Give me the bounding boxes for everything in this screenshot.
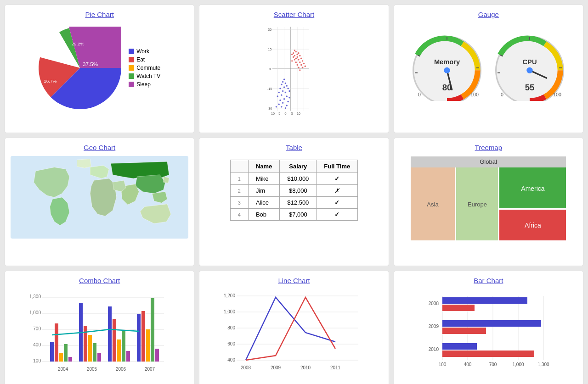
svg-text:0: 0 xyxy=(418,92,421,97)
svg-point-61 xyxy=(281,94,282,95)
svg-point-59 xyxy=(285,92,286,93)
svg-text:400: 400 xyxy=(464,362,472,367)
svg-point-29 xyxy=(291,54,293,55)
svg-point-56 xyxy=(287,88,288,89)
svg-text:30: 30 xyxy=(268,28,271,32)
svg-text:100: 100 xyxy=(439,362,447,367)
svg-text:2009: 2009 xyxy=(271,365,281,370)
svg-text:2009: 2009 xyxy=(429,324,439,329)
row-name-1: Mike xyxy=(248,173,279,185)
svg-rect-176 xyxy=(442,351,534,357)
table-card: Table Name Salary Full Time 1 Mike $10,0… xyxy=(199,138,389,266)
svg-text:16.7%: 16.7% xyxy=(44,78,57,83)
svg-text:55: 55 xyxy=(525,83,535,92)
svg-point-71 xyxy=(281,106,282,107)
svg-rect-140 xyxy=(141,311,145,362)
svg-rect-142 xyxy=(151,298,154,362)
geo-chart-title[interactable]: Geo Chart xyxy=(84,144,115,151)
svg-point-62 xyxy=(286,95,288,97)
svg-point-40 xyxy=(299,61,300,63)
svg-point-26 xyxy=(295,51,297,52)
svg-point-41 xyxy=(302,60,303,61)
legend-dot-commute xyxy=(129,65,134,71)
svg-rect-125 xyxy=(55,323,58,362)
gauge-container: Memory 80 0 100 xyxy=(410,28,566,101)
scatter-chart-card: Scatter Chart -10 -5 0 5 10 30 15 0 -15 xyxy=(199,5,389,133)
svg-point-50 xyxy=(282,81,283,83)
svg-point-46 xyxy=(302,67,303,68)
table-row: 3 Alice $12,500 ✓ xyxy=(230,197,357,209)
svg-point-42 xyxy=(296,64,298,66)
dashboard-grid: Pie Chart 37.5% 16.7% 12.5% 29.2% xyxy=(0,0,588,384)
legend-dot-watchtv xyxy=(129,73,134,79)
bar-chart-svg: 2008 2009 2010 100 400 700 1,000 1,300 xyxy=(415,289,562,381)
line-chart-title[interactable]: Line Chart xyxy=(278,277,310,284)
pie-chart-svg: 37.5% 16.7% 12.5% 29.2% xyxy=(39,27,121,109)
svg-point-53 xyxy=(286,85,288,86)
svg-point-30 xyxy=(293,56,294,58)
row-name-3: Alice xyxy=(248,197,279,209)
svg-text:2011: 2011 xyxy=(330,365,341,370)
line-chart-svg: 1,200 1,000 800 600 400 2008 2009 2010 2… xyxy=(220,289,368,381)
svg-point-24 xyxy=(293,52,294,54)
svg-point-67 xyxy=(287,101,288,102)
row-fulltime-4: ✓ xyxy=(317,209,358,221)
row-name-4: Bob xyxy=(248,209,279,221)
bar-chart-title[interactable]: Bar Chart xyxy=(474,277,503,284)
legend-eat: Eat xyxy=(129,56,160,63)
geo-chart-container xyxy=(11,156,188,240)
svg-text:Europe: Europe xyxy=(468,201,487,208)
legend-label-commute: Commute xyxy=(136,65,160,71)
svg-point-47 xyxy=(305,66,306,67)
svg-point-48 xyxy=(299,69,300,71)
svg-text:29.2%: 29.2% xyxy=(72,41,85,46)
combo-chart-card: Combo Chart 1,300 1,000 700 400 100 2004… xyxy=(5,271,194,384)
table-col-name: Name xyxy=(248,160,279,173)
svg-point-72 xyxy=(276,106,277,107)
legend-dot-eat xyxy=(129,57,134,62)
row-salary-4: $7,000 xyxy=(280,209,317,221)
svg-text:America: America xyxy=(521,185,545,192)
svg-point-32 xyxy=(298,52,299,54)
svg-point-73 xyxy=(285,107,286,109)
svg-rect-138 xyxy=(126,351,130,362)
bar-chart-card: Bar Chart 2008 2009 2010 100 400 700 1,0… xyxy=(394,271,583,384)
svg-rect-132 xyxy=(93,343,96,362)
svg-text:Memory: Memory xyxy=(434,58,460,66)
legend-commute: Commute xyxy=(129,65,160,71)
svg-text:2008: 2008 xyxy=(429,301,439,306)
row-salary-1: $10,000 xyxy=(280,173,317,185)
svg-text:100: 100 xyxy=(553,92,561,97)
svg-rect-134 xyxy=(108,306,112,362)
table-row: 4 Bob $7,000 ✓ xyxy=(230,209,357,221)
row-salary-3: $12,500 xyxy=(280,197,317,209)
svg-point-52 xyxy=(281,84,282,85)
treemap-title[interactable]: Treemap xyxy=(475,144,502,151)
gauge-chart-card: Gauge Memory xyxy=(394,5,583,133)
gauge-chart-title[interactable]: Gauge xyxy=(478,11,499,18)
combo-chart-title[interactable]: Combo Chart xyxy=(79,277,120,284)
svg-text:1,000: 1,000 xyxy=(29,310,41,315)
svg-point-65 xyxy=(283,98,285,100)
svg-text:400: 400 xyxy=(33,342,41,347)
svg-text:10: 10 xyxy=(297,112,300,115)
svg-text:700: 700 xyxy=(489,362,497,367)
svg-text:100: 100 xyxy=(470,92,479,97)
svg-text:12.5%: 12.5% xyxy=(44,43,57,48)
scatter-chart-title[interactable]: Scatter Chart xyxy=(274,11,314,18)
svg-rect-128 xyxy=(68,357,72,362)
svg-point-44 xyxy=(303,63,305,64)
svg-point-64 xyxy=(288,97,290,98)
memory-gauge-svg: Memory 80 0 100 xyxy=(410,28,484,101)
svg-text:1,000: 1,000 xyxy=(513,362,524,367)
row-fulltime-3: ✓ xyxy=(317,197,358,209)
svg-rect-131 xyxy=(88,335,92,362)
table-title[interactable]: Table xyxy=(286,144,302,151)
svg-point-69 xyxy=(278,103,279,105)
legend-label-sleep: Sleep xyxy=(136,81,151,88)
svg-text:800: 800 xyxy=(227,325,235,330)
pie-chart-title[interactable]: Pie Chart xyxy=(85,11,114,18)
svg-rect-143 xyxy=(155,349,159,362)
svg-rect-126 xyxy=(59,353,63,362)
svg-point-95 xyxy=(527,67,533,73)
